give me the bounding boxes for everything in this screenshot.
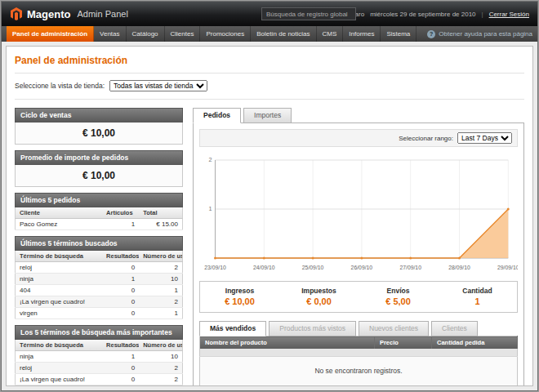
magento-logo: Magento Admin Panel (10, 7, 128, 20)
range-selector-row: Seleccionar rango: Last 7 Days (199, 129, 518, 147)
current-date: miércoles 29 de septiembre de 2010 (370, 11, 475, 18)
stat-revenue: Ingresos € 10,00 (200, 287, 279, 306)
store-view-label: Seleccione la vista de tienda: (15, 82, 105, 90)
stat-revenue-value: € 10,00 (200, 296, 279, 306)
last-orders-header: Últimos 5 pedidos (15, 193, 183, 207)
column-header: Número de usos (139, 251, 182, 262)
totals-bar: Ingresos € 10,00 Impuestos € 0,00 Envíos… (199, 281, 518, 313)
stat-shipping-value: € 5,00 (359, 296, 438, 306)
range-label: Seleccionar rango: (399, 135, 453, 142)
table-row: reloj02 (16, 363, 183, 374)
stat-quantity-label: Cantidad (438, 287, 517, 295)
page-help-link[interactable]: ? Obtener ayuda para esta página (427, 26, 532, 42)
average-orders-value: € 10,00 (15, 165, 183, 187)
table-row: ninja110 (16, 351, 183, 363)
products-table: Nombre del productoPrecioCantidad pedida… (199, 336, 518, 386)
stat-quantity-value: 1 (438, 296, 517, 306)
global-search-input[interactable] (261, 7, 356, 20)
svg-text:29/09/10: 29/09/10 (497, 265, 518, 270)
bottom-tabs: Más vendidosProductos más vistosNuevos c… (199, 321, 518, 336)
nav-item-ventas[interactable]: Ventas (94, 26, 126, 42)
svg-text:2: 2 (209, 156, 212, 163)
main-nav: Panel de administraciónVentasCatálogoCli… (2, 26, 537, 42)
table-row: ninja110 (16, 274, 183, 285)
empty-message-row: No se encontraron registros. (200, 356, 518, 385)
column-header: Resultados (102, 251, 139, 262)
stat-tax: Impuestos € 0,00 (279, 287, 359, 306)
content-area: Panel de administración Seleccione la vi… (6, 46, 533, 386)
table-row: ¡La virgen que cuadro!02 (16, 296, 183, 308)
svg-text:27/09/10: 27/09/10 (399, 265, 421, 270)
products-table-header: Nombre del productoPrecioCantidad pedida (200, 336, 518, 350)
dashboard-tabs: PedidosImportes (193, 108, 524, 123)
svg-text:26/09/10: 26/09/10 (351, 265, 373, 270)
column-header: Resultados (102, 340, 139, 351)
table-row: reloj02 (16, 262, 183, 274)
help-label: Obtener ayuda para esta página (439, 30, 532, 38)
tab-pedidos[interactable]: Pedidos (193, 108, 241, 123)
tab-nuevos-clientes: Nuevos clientes (359, 321, 429, 336)
store-view-row: Seleccione la vista de tienda: Todas las… (15, 73, 524, 100)
last-search-terms-header: Últimos 5 términos buscados (15, 236, 183, 251)
table-row: virgen01 (16, 308, 183, 319)
store-view-select[interactable]: Todas las vistas de tienda (109, 80, 207, 91)
tab-m-s-vendidos[interactable]: Más vendidos (199, 321, 266, 336)
stat-tax-label: Impuestos (279, 287, 359, 295)
magento-admin-window: Magento Admin Panel Accedió como aparo m… (1, 1, 538, 391)
nav-item-clientes[interactable]: Clientes (165, 26, 201, 42)
nav-item-cat-logo[interactable]: Catálogo (127, 26, 165, 42)
table-row: 40401 (16, 285, 183, 296)
stat-revenue-label: Ingresos (200, 287, 279, 295)
column-header: Término de búsqueda (16, 340, 103, 351)
stat-quantity: Cantidad 1 (438, 287, 517, 306)
nav-item-informes[interactable]: Informes (343, 26, 381, 42)
orders-chart: 1223/09/1024/09/1025/09/1026/09/1027/09/… (199, 152, 518, 274)
table-row: 40401 (16, 385, 183, 387)
nav-item-panel-de-administraci-n[interactable]: Panel de administración (7, 26, 94, 42)
orders-panel: Seleccionar rango: Last 7 Days 1223/09/1… (193, 122, 524, 386)
table-row: ¡La virgen que cuadro!02 (16, 374, 183, 385)
column-header: Cantidad pedida (431, 336, 517, 350)
main-nav-items: Panel de administraciónVentasCatálogoCli… (7, 26, 416, 42)
page-title: Panel de administración (15, 55, 524, 66)
top-header: Magento Admin Panel Accedió como aparo m… (2, 2, 537, 26)
tab-importes[interactable]: Importes (243, 108, 292, 123)
lifetime-sales-header: Ciclo de ventas (15, 108, 183, 122)
svg-text:25/09/10: 25/09/10 (302, 265, 324, 270)
nav-item-promociones[interactable]: Promociones (200, 26, 251, 42)
last-orders-table: ClienteArtículosTotalPaco Gomez1€ 15.00 (15, 207, 183, 230)
average-orders-header: Promedio de importe de pedidos (15, 150, 183, 165)
top-search-terms-table: Término de búsquedaResultadosNúmero de u… (15, 340, 183, 386)
column-header: Precio (374, 336, 431, 350)
logout-link[interactable]: Cerrar Sesión (489, 11, 529, 18)
last-search-terms-table: Término de búsquedaResultadosNúmero de u… (15, 251, 183, 319)
nav-item-cms[interactable]: CMS (317, 26, 344, 42)
stat-shipping-label: Envíos (359, 287, 438, 295)
help-icon: ? (427, 30, 435, 38)
svg-text:1: 1 (209, 205, 212, 212)
nav-item-bolet-n-de-noticias[interactable]: Boletín de noticias (251, 26, 316, 42)
magento-logo-icon (10, 7, 23, 20)
nav-item-sistema[interactable]: Sistema (381, 26, 416, 42)
dashboard-left-column: Ciclo de ventas € 10,00 Promedio de impo… (15, 108, 183, 386)
svg-text:28/09/10: 28/09/10 (448, 265, 470, 270)
svg-text:24/09/10: 24/09/10 (253, 265, 275, 270)
stat-tax-value: € 0,00 (279, 296, 359, 306)
dashboard-right-column: PedidosImportes Seleccionar rango: Last … (193, 108, 524, 386)
brand-suffix: Admin Panel (77, 9, 127, 19)
stat-shipping: Envíos € 5,00 (359, 287, 438, 306)
tab-productos-m-s-vistos: Productos más vistos (269, 321, 356, 336)
svg-text:23/09/10: 23/09/10 (204, 265, 226, 270)
brand-name: Magento (27, 8, 70, 20)
lifetime-sales-value: € 10,00 (15, 122, 183, 145)
column-header: Artículos (102, 207, 139, 219)
top-search-terms-header: Los 5 términos de búsqueda más important… (15, 325, 183, 340)
column-header: Término de búsqueda (16, 251, 103, 262)
column-header: Cliente (16, 207, 103, 219)
table-spacer-row (200, 349, 518, 356)
column-header: Nombre del producto (200, 336, 375, 350)
range-select[interactable]: Last 7 Days (457, 132, 512, 144)
column-header: Total (139, 207, 182, 219)
tab-clientes: Clientes (431, 321, 478, 336)
empty-message: No se encontraron registros. (200, 356, 518, 385)
